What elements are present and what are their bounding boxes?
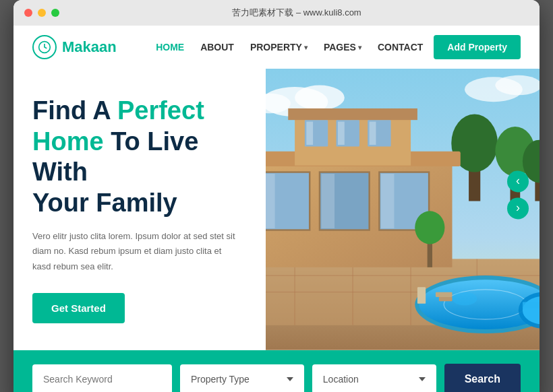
heading-home: Home (32, 127, 104, 156)
hero-description: Vero elitr justo clita lorem. Ipsum dolo… (32, 229, 241, 273)
carousel-next-button[interactable]: › (507, 197, 529, 219)
get-started-button[interactable]: Get Started (32, 293, 125, 323)
nav-property[interactable]: PROPERTY ▾ (250, 42, 308, 53)
nav-pages[interactable]: PAGES ▾ (324, 42, 361, 53)
search-button[interactable]: Search (444, 364, 521, 392)
expand-dot (51, 9, 59, 17)
svg-point-3 (295, 86, 345, 110)
svg-point-52 (415, 211, 445, 244)
header: Makaan HOME ABOUT PROPERTY ▾ PAGES ▾ CON… (13, 26, 540, 69)
hero-image-area: ‹ › (266, 69, 540, 350)
pages-chevron-icon: ▾ (358, 44, 361, 51)
main-nav: HOME ABOUT PROPERTY ▾ PAGES ▾ CONTACT (156, 42, 423, 53)
svg-rect-47 (417, 287, 426, 304)
svg-rect-24 (289, 108, 418, 120)
property-chevron-icon: ▾ (304, 44, 308, 51)
search-bar: Property Type House Apartment Villa Comm… (13, 350, 540, 392)
nav-home[interactable]: HOME (156, 42, 184, 53)
heading-perfect: Perfect (117, 96, 204, 125)
svg-rect-46 (523, 302, 540, 308)
carousel-prev-button[interactable]: ‹ (507, 170, 529, 192)
location-select[interactable]: Location New York Los Angeles Chicago Mi… (312, 364, 436, 392)
svg-rect-50 (439, 297, 453, 301)
minimize-dot (38, 9, 46, 17)
hero-heading: Find A Perfect Home To Live With Your Fa… (32, 96, 247, 218)
svg-rect-30 (370, 122, 376, 145)
svg-rect-39 (381, 174, 395, 228)
svg-rect-49 (436, 292, 453, 297)
search-keyword-input[interactable] (32, 364, 172, 392)
nav-about[interactable]: ABOUT (200, 42, 234, 53)
svg-rect-29 (338, 122, 345, 145)
property-type-select[interactable]: Property Type House Apartment Villa Comm… (180, 364, 304, 392)
svg-rect-38 (322, 174, 335, 228)
hero-left: Find A Perfect Home To Live With Your Fa… (13, 69, 266, 350)
logo-area: Makaan (32, 35, 117, 59)
hero-illustration (266, 69, 540, 350)
browser-bar: 苦力吧素材下载 – www.kuli8.com (13, 0, 540, 26)
logo-text: Makaan (62, 38, 117, 56)
hero-section: Find A Perfect Home To Live With Your Fa… (13, 69, 540, 350)
svg-rect-37 (266, 174, 275, 228)
nav-contact[interactable]: CONTACT (378, 42, 423, 53)
page-content: Makaan HOME ABOUT PROPERTY ▾ PAGES ▾ CON… (13, 26, 540, 392)
logo-icon (32, 35, 57, 59)
svg-point-43 (453, 292, 477, 306)
browser-title: 苦力吧素材下载 – www.kuli8.com (65, 7, 529, 19)
close-dot (24, 9, 32, 17)
add-property-button[interactable]: Add Property (434, 35, 521, 59)
svg-rect-28 (307, 122, 314, 145)
browser-window: 苦力吧素材下载 – www.kuli8.com Makaan HOME ABOU… (13, 0, 540, 392)
